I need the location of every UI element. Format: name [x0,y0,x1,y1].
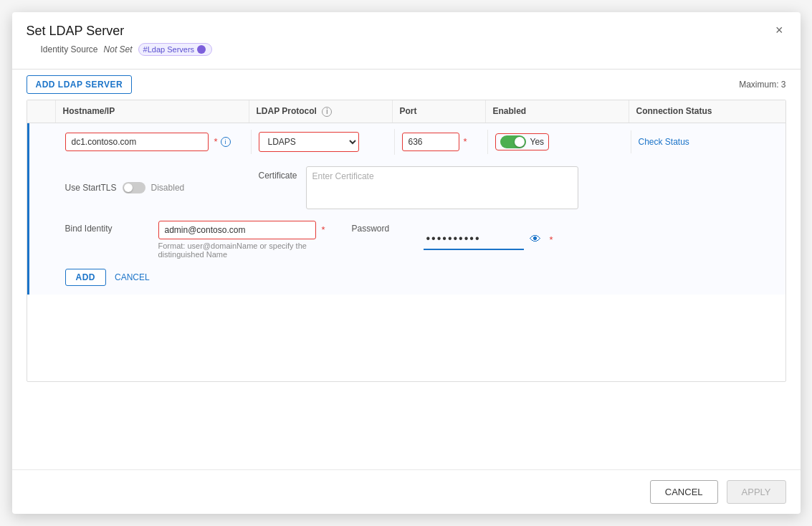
connection-cell: Check Status [631,133,785,150]
th-hostname: Hostname/IP [56,100,249,123]
port-cell: * [395,130,488,154]
hostname-cell: * i [58,130,252,154]
identity-source-label: Identity Source [41,44,98,54]
row-cancel-link[interactable]: CANCEL [115,272,150,282]
password-eye-icon[interactable]: 👁 [530,233,541,246]
password-area: 👁 * [416,219,785,260]
close-button[interactable]: × [773,24,786,37]
table-header: Hostname/IP LDAP Protocol i Port Enabled… [27,100,785,123]
enabled-toggle[interactable] [500,135,526,148]
hostname-required: * [214,136,218,147]
starttls-area: Use StartTLS Disabled [58,163,252,212]
protocol-select[interactable]: LDAP LDAPS [259,132,359,152]
bind-identity-input[interactable] [158,221,316,239]
ldap-badge: #Ldap Servers [138,43,213,56]
starttls-toggle[interactable] [123,182,145,193]
th-connection: Connection Status [629,100,785,123]
footer-cancel-button[interactable]: CANCEL [650,480,718,504]
bind-row: Bind Identity * Format: user@domainName … [29,215,785,263]
badge-text: #Ldap Servers [143,45,195,54]
check-status-link[interactable]: Check Status [639,137,689,147]
th-enabled: Enabled [486,100,629,123]
identity-source-status: Not Set [104,44,133,54]
secondary-empty [29,163,58,212]
table-row: * i LDAP LDAPS [27,123,785,295]
toolbar: ADD LDAP SERVER Maximum: 3 [12,70,801,100]
secondary-row: Use StartTLS Disabled Certificate [29,161,785,215]
bind-empty [29,219,58,260]
password-input[interactable] [424,229,524,250]
dialog-header: Set LDAP Server Identity Source Not Set … [12,12,801,70]
dialog-footer: CANCEL APPLY [12,469,801,514]
th-port: Port [393,100,486,123]
footer-apply-button: APPLY [727,480,786,504]
row-actions: ADD CANCEL [29,263,785,295]
enabled-toggle-wrapper: Yes [495,133,550,150]
enabled-cell: Yes [488,130,631,153]
row-main: * i LDAP LDAPS [29,123,785,161]
max-label: Maximum: 3 [739,80,785,90]
th-empty [27,100,56,123]
certificate-label: Certificate [259,166,297,181]
hostname-info-icon[interactable]: i [221,137,231,147]
dialog-title: Set LDAP Server [27,24,227,39]
identity-source-row: Identity Source Not Set #Ldap Servers [27,39,227,63]
bind-format-hint: Format: user@domainName or specify the d… [158,242,338,259]
set-ldap-dialog: Set LDAP Server Identity Source Not Set … [12,12,801,514]
ldap-table: Hostname/IP LDAP Protocol i Port Enabled… [27,100,786,382]
port-required: * [464,136,467,147]
starttls-toggle-area: Disabled [123,182,185,193]
add-ldap-server-button[interactable]: ADD LDAP SERVER [27,75,133,94]
th-protocol: LDAP Protocol i [249,100,393,123]
protocol-cell: LDAP LDAPS [252,129,395,155]
row-add-button[interactable]: ADD [65,269,107,286]
bind-required: * [322,224,325,235]
protocol-info-icon[interactable]: i [322,107,332,117]
badge-dot [197,45,206,54]
bind-label: Bind Identity [58,219,151,260]
starttls-disabled-label: Disabled [151,183,185,193]
password-label: Password [345,219,416,260]
certificate-textarea[interactable] [306,166,578,209]
bind-input-area: * Format: user@domainName or specify the… [151,219,345,260]
enabled-yes-label: Yes [530,137,545,147]
row-index-cell [29,139,58,145]
certificate-area: Certificate [252,163,785,212]
hostname-input[interactable] [65,133,209,151]
password-required: * [550,234,553,245]
port-input[interactable] [402,133,459,151]
starttls-label: Use StartTLS [65,183,117,193]
